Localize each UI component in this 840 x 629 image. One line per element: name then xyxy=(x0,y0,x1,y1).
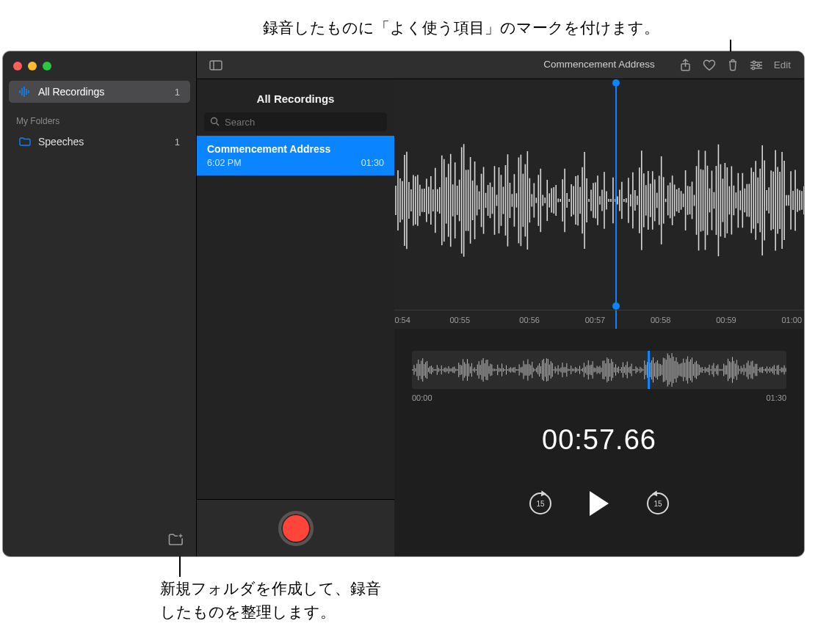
ruler-tick: 00:55 xyxy=(450,316,471,324)
waveform-zoom[interactable]: 0:54 00:55 00:56 00:57 00:58 00:59 01:00 xyxy=(394,79,804,329)
svg-point-10 xyxy=(211,118,217,124)
sidebar-item-folder[interactable]: Speeches 1 xyxy=(9,131,190,153)
search-input[interactable] xyxy=(204,112,387,131)
search-icon xyxy=(210,116,220,129)
annotation-line: したものを整理します。 xyxy=(160,600,381,624)
record-button-zone xyxy=(197,499,394,556)
play-button[interactable] xyxy=(590,491,609,516)
recording-title: Commencement Address xyxy=(207,143,384,155)
folder-icon xyxy=(19,137,32,146)
options-button[interactable] xyxy=(746,55,767,76)
sidebar-group-label: My Folders xyxy=(3,110,196,128)
svg-point-16 xyxy=(753,61,755,63)
list-title: All Recordings xyxy=(197,92,394,105)
sidebar-item-count: 1 xyxy=(175,87,180,98)
svg-point-17 xyxy=(757,64,759,66)
time-ruler: 0:54 00:55 00:56 00:57 00:58 00:59 01:00 xyxy=(394,310,804,329)
record-button[interactable] xyxy=(278,511,314,546)
skip-back-button[interactable]: 15 xyxy=(529,492,551,515)
delete-button[interactable] xyxy=(723,55,743,76)
sidebar-item-label: Speeches xyxy=(38,136,84,148)
overview-end-time: 01:30 xyxy=(766,393,786,402)
toggle-sidebar-button[interactable] xyxy=(206,55,226,76)
sidebar-item-label: All Recordings xyxy=(38,86,104,98)
current-time-display: 00:57.66 xyxy=(394,424,804,456)
sidebar-item-all-recordings[interactable]: All Recordings 1 xyxy=(9,81,190,103)
recordings-list-column: All Recordings Commencement Address 6:02… xyxy=(196,51,394,556)
svg-rect-8 xyxy=(210,61,222,70)
recording-list-item[interactable]: Commencement Address 6:02 PM 01:30 xyxy=(197,136,394,175)
skip-seconds-label: 15 xyxy=(653,500,662,508)
annotation-text: 録音したものに「よく使う項目」のマークを付けます。 xyxy=(263,16,659,40)
skip-forward-button[interactable]: 15 xyxy=(647,492,669,515)
overview-start-time: 00:00 xyxy=(412,393,432,402)
waveform-icon xyxy=(19,87,32,97)
titlebar: Commencement Address Edit xyxy=(394,51,804,79)
skip-seconds-label: 15 xyxy=(536,500,544,508)
ruler-tick: 01:00 xyxy=(781,316,802,324)
close-window-button[interactable] xyxy=(13,62,22,70)
share-button[interactable] xyxy=(676,55,696,76)
svg-line-11 xyxy=(217,123,219,126)
edit-button[interactable]: Edit xyxy=(770,55,795,76)
sidebar-item-count: 1 xyxy=(175,137,180,148)
ruler-tick: 00:59 xyxy=(716,316,736,324)
detail-pane: Commencement Address Edit xyxy=(394,51,804,556)
overview-playhead[interactable] xyxy=(648,351,650,389)
app-window: All Recordings 1 My Folders Speeches 1 A… xyxy=(3,51,804,556)
svg-point-18 xyxy=(752,67,754,69)
waveform-overview[interactable] xyxy=(412,351,786,389)
ruler-tick: 00:57 xyxy=(585,316,606,324)
ruler-tick: 00:58 xyxy=(651,316,671,324)
annotation-text: 新規フォルダを作成して、録音 したものを整理します。 xyxy=(160,577,381,623)
playhead[interactable] xyxy=(615,79,617,329)
zoom-window-button[interactable] xyxy=(43,62,51,70)
favorite-button[interactable] xyxy=(699,55,720,76)
recording-time: 6:02 PM xyxy=(207,158,242,168)
new-folder-button[interactable] xyxy=(168,533,184,546)
minimize-window-button[interactable] xyxy=(28,62,37,70)
sidebar: All Recordings 1 My Folders Speeches 1 xyxy=(3,51,196,556)
window-controls xyxy=(3,51,196,78)
annotation-line: 新規フォルダを作成して、録音 xyxy=(160,577,381,600)
callout-line xyxy=(179,556,181,577)
ruler-tick: 0:54 xyxy=(394,316,410,324)
recording-duration: 01:30 xyxy=(361,158,384,168)
ruler-tick: 00:56 xyxy=(519,316,540,324)
transport-controls: 15 15 xyxy=(394,491,804,516)
